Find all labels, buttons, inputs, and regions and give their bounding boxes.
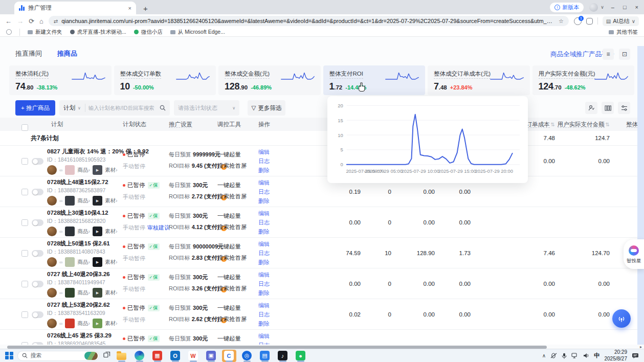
- product-thumbnail[interactable]: [65, 257, 75, 267]
- plan-search-input[interactable]: [85, 105, 160, 111]
- taskbar-app-icon[interactable]: ▤: [258, 350, 272, 362]
- taskbar-clock[interactable]: 20:29 2025/8/27: [605, 349, 628, 362]
- site-permissions-icon[interactable]: ⇄: [54, 18, 58, 24]
- row-enable-toggle[interactable]: [32, 311, 43, 318]
- edit-link[interactable]: 编辑: [258, 240, 270, 248]
- delete-link[interactable]: 删除: [258, 228, 270, 236]
- edit-link[interactable]: 编辑: [258, 210, 270, 217]
- bookmark-star-icon[interactable]: ☆: [559, 18, 564, 25]
- plan-status-select[interactable]: 请筛选计划状态∨: [174, 100, 239, 116]
- taskbar-app-icon[interactable]: O: [168, 350, 183, 362]
- search-top-screen-link[interactable]: 搜索抢首屏: [217, 254, 247, 262]
- extension-badge-icon[interactable]: 1: [574, 17, 582, 25]
- taskbar-app-icon[interactable]: [132, 350, 147, 362]
- taskbar-app-icon[interactable]: ♪: [276, 350, 290, 362]
- back-icon[interactable]: ←: [5, 18, 12, 25]
- search-highlight-image[interactable]: [84, 352, 98, 360]
- scrollbar-arrow-icon[interactable]: ▸: [640, 345, 642, 349]
- row-checkbox[interactable]: [21, 189, 28, 195]
- row-checkbox[interactable]: [21, 281, 28, 287]
- product-thumbnail[interactable]: [65, 319, 75, 328]
- plan-title[interactable]: 0727 线上40退20保3.26: [47, 270, 124, 278]
- one-click-boost-link[interactable]: 一键起量: [217, 274, 247, 281]
- material-thumbnail[interactable]: ▶: [93, 165, 102, 175]
- ime-indicator[interactable]: 中: [594, 352, 600, 359]
- row-checkbox[interactable]: [21, 158, 28, 165]
- ai-summary-button[interactable]: ▤ AI总结 ∨: [603, 16, 639, 26]
- reload-icon[interactable]: ⟳: [29, 18, 34, 25]
- plan-title[interactable]: 0728线上30退10保4.12: [47, 209, 124, 217]
- fullscreen-icon[interactable]: ⊡: [619, 49, 630, 60]
- one-click-boost-link[interactable]: 一键起量: [217, 151, 247, 159]
- bookmark-item[interactable]: 虎牙直播-技术驱动...: [70, 29, 126, 36]
- promote-product-button[interactable]: + 推广商品: [15, 100, 55, 116]
- window-maximize-button[interactable]: □: [621, 4, 628, 10]
- new-tab-button[interactable]: +: [143, 5, 148, 12]
- search-top-screen-link[interactable]: 搜索抢首屏: [217, 193, 247, 200]
- speaker-icon[interactable]: [583, 353, 589, 358]
- one-click-boost-link[interactable]: 一键起量: [217, 304, 247, 312]
- search-top-screen-link[interactable]: 搜索抢首屏: [217, 223, 247, 231]
- window-minimize-button[interactable]: –: [610, 4, 616, 10]
- row-enable-toggle[interactable]: [32, 219, 43, 226]
- bookmarks-lead-icon[interactable]: [6, 29, 12, 35]
- material-thumbnail[interactable]: ▶: [93, 319, 102, 328]
- search-scope-select[interactable]: 计划∨: [59, 104, 85, 112]
- taskbar-app-icon[interactable]: ▣: [204, 350, 218, 362]
- one-click-boost-link[interactable]: 一键起量: [217, 243, 247, 251]
- taskbar-app-icon[interactable]: W: [186, 350, 201, 362]
- taskbar-search[interactable]: 搜索: [17, 351, 99, 361]
- url-text[interactable]: qianchuan.jinritemai.com/uni-prom?aavid=…: [61, 18, 555, 24]
- plan-title[interactable]: 0827 儿童雨衣 14% 退：20% 保：9.92: [47, 148, 124, 155]
- metric-card[interactable]: 整体成交金额(元) 128 .90 -46.89%: [218, 65, 321, 95]
- row-checkbox[interactable]: [21, 311, 28, 318]
- edit-link[interactable]: 编辑: [258, 271, 270, 279]
- taskbar-app-icon[interactable]: [115, 350, 129, 362]
- metric-card[interactable]: 整体支付ROI 1 .72 -14.43%: [323, 65, 426, 95]
- log-link[interactable]: 日志: [258, 219, 270, 227]
- material-link[interactable]: 素材›: [105, 259, 118, 266]
- log-link[interactable]: 日志: [258, 280, 270, 288]
- help-float-button[interactable]: [612, 309, 631, 328]
- page-scrollbar-strip[interactable]: [637, 46, 644, 346]
- review-suggestion-link[interactable]: 审核建议: [147, 224, 170, 231]
- tab-close-icon[interactable]: ×: [128, 5, 131, 11]
- smart-assistant-widget[interactable]: 智投星: [624, 239, 644, 269]
- plan-title[interactable]: 0726线上45 退25 保3.29: [47, 332, 124, 340]
- metric-card[interactable]: 整体成交订单数 10 -50.00%: [114, 65, 216, 95]
- tab-products[interactable]: 推商品: [57, 49, 77, 58]
- product-link[interactable]: 商品›: [77, 197, 90, 205]
- product-link[interactable]: 商品›: [77, 320, 90, 327]
- metric-card[interactable]: 用户实际支付金额(元) 124 .70 -48.62%: [532, 65, 635, 95]
- browser-tab[interactable]: 推广管理 ×: [14, 2, 136, 14]
- network-display-icon[interactable]: [571, 353, 579, 358]
- row-checkbox[interactable]: [21, 219, 28, 226]
- browser-profile-avatar[interactable]: [589, 3, 598, 12]
- one-click-boost-link[interactable]: 一键起量: [217, 212, 247, 220]
- row-enable-toggle[interactable]: [32, 158, 43, 165]
- material-link[interactable]: 素材›: [105, 197, 118, 205]
- row-enable-toggle[interactable]: [32, 281, 43, 287]
- one-click-boost-link[interactable]: 一键起量: [217, 335, 247, 343]
- extensions-icon[interactable]: [586, 18, 593, 25]
- product-link[interactable]: 商品›: [77, 228, 90, 235]
- audience-icon-button[interactable]: [585, 102, 597, 114]
- start-button-icon[interactable]: [5, 352, 13, 360]
- log-link[interactable]: 日志: [258, 188, 270, 196]
- edit-link[interactable]: 编辑: [258, 302, 270, 309]
- material-link[interactable]: 素材›: [105, 289, 118, 297]
- metric-card[interactable]: 整体消耗(元) 74 .80 -38.13%: [9, 65, 112, 95]
- taskbar-app-icon[interactable]: ◎: [240, 350, 254, 362]
- bookmark-item[interactable]: 新建文件夹: [28, 29, 62, 36]
- row-checkbox[interactable]: [21, 250, 28, 257]
- tab-live-room[interactable]: 推直播间: [15, 49, 42, 58]
- delete-link[interactable]: 删除: [258, 289, 270, 297]
- product-thumbnail[interactable]: [65, 288, 75, 298]
- delete-link[interactable]: 删除: [258, 320, 270, 328]
- taskbar-app-icon[interactable]: ▦: [150, 350, 165, 362]
- delete-link[interactable]: 删除: [258, 259, 270, 266]
- window-close-button[interactable]: ×: [634, 4, 640, 10]
- plan-title[interactable]: 0727 线上53退20保2.62: [47, 301, 124, 309]
- col-user-pay[interactable]: 用户实际支付金额⇅: [552, 118, 610, 131]
- plan-title[interactable]: 0728线上50退15 保2.61: [47, 240, 124, 247]
